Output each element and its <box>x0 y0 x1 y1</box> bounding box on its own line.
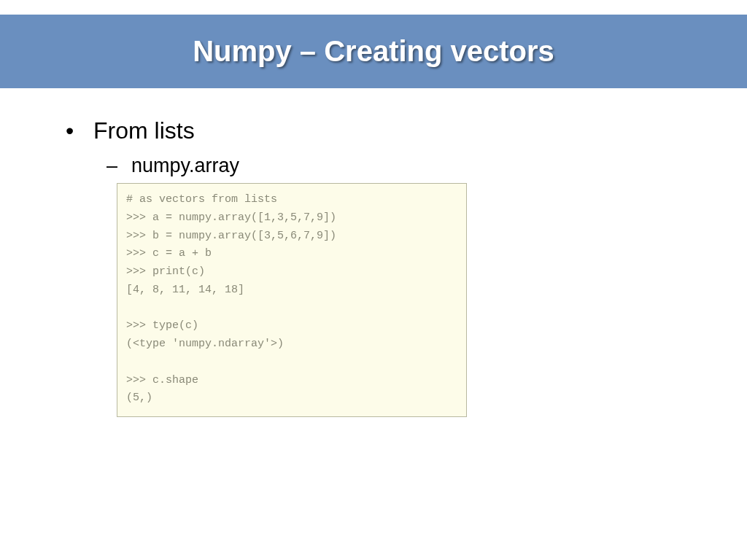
bullet-item-from-lists: From lists numpy.array # as vectors from… <box>66 117 703 417</box>
code-line: (<type 'numpy.ndarray'>) <box>126 338 284 350</box>
code-line: (5,) <box>126 392 152 404</box>
sub-bullet-text: numpy.array <box>131 155 239 176</box>
code-line: >>> c.shape <box>126 374 198 386</box>
code-line: >>> type(c) <box>126 319 198 332</box>
code-line: >>> print(c) <box>126 265 205 278</box>
slide-content: From lists numpy.array # as vectors from… <box>0 88 747 417</box>
sub-bullet-list: numpy.array <box>107 155 703 177</box>
code-line: >>> b = numpy.array([3,5,6,7,9]) <box>126 230 336 242</box>
sub-bullet-numpy-array: numpy.array <box>107 155 703 177</box>
slide-title: Numpy – Creating vectors <box>0 35 747 68</box>
bullet-list: From lists numpy.array # as vectors from… <box>66 117 703 417</box>
title-bar: Numpy – Creating vectors <box>0 15 747 88</box>
code-line: >>> c = a + b <box>126 247 212 260</box>
bullet-text: From lists <box>93 117 195 144</box>
code-block: # as vectors from lists >>> a = numpy.ar… <box>117 183 467 417</box>
code-line: >>> a = numpy.array([1,3,5,7,9]) <box>126 211 336 224</box>
code-line: # as vectors from lists <box>126 193 277 206</box>
code-line: [4, 8, 11, 14, 18] <box>126 284 244 296</box>
